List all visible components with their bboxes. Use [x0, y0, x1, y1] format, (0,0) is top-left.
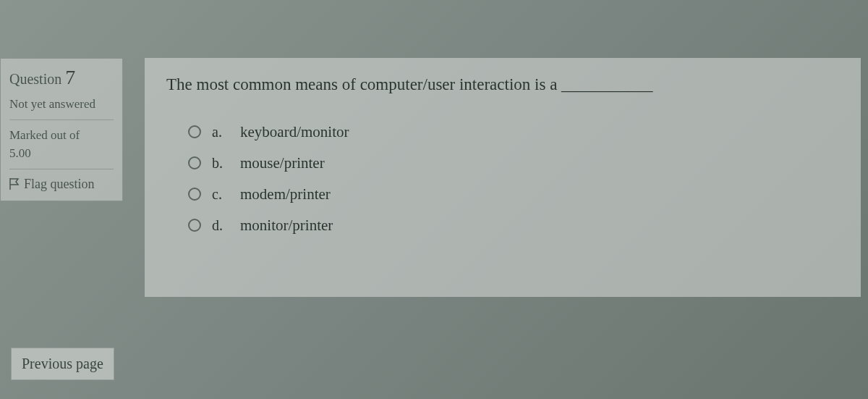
option-letter: b.	[212, 155, 229, 172]
option-b[interactable]: b. mouse/printer	[188, 154, 839, 172]
marked-out-of-value: 5.00	[9, 144, 114, 163]
flag-icon	[9, 177, 20, 190]
flag-label: Flag question	[24, 175, 95, 193]
divider	[9, 169, 114, 169]
option-letter: d.	[212, 217, 229, 234]
flag-question-button[interactable]: Flag question	[9, 175, 114, 193]
option-letter: c.	[212, 186, 229, 203]
option-a[interactable]: a. keyboard/monitor	[188, 123, 839, 141]
question-content: The most common means of computer/user i…	[145, 58, 861, 297]
question-info-box: Question 7 Not yet answered Marked out o…	[0, 58, 123, 201]
option-text: modem/printer	[240, 185, 331, 203]
radio-icon	[188, 188, 201, 201]
divider	[9, 119, 114, 120]
option-letter: a.	[212, 124, 229, 140]
options-list: a. keyboard/monitor b. mouse/printer c. …	[166, 123, 839, 235]
radio-icon	[188, 219, 201, 232]
radio-icon	[188, 156, 201, 169]
question-text: The most common means of computer/user i…	[166, 72, 839, 98]
question-number: 7	[65, 66, 75, 88]
question-header: Question 7	[9, 66, 114, 89]
question-label: Question	[9, 71, 61, 87]
option-text: mouse/printer	[240, 154, 325, 172]
answer-status: Not yet answered	[9, 95, 114, 114]
question-sidebar: Question 7 Not yet answered Marked out o…	[0, 58, 123, 297]
option-text: keyboard/monitor	[240, 123, 349, 141]
previous-page-button[interactable]: Previous page	[11, 348, 114, 380]
option-text: monitor/printer	[240, 217, 333, 235]
option-d[interactable]: d. monitor/printer	[188, 217, 839, 235]
marked-out-of-label: Marked out of	[9, 126, 114, 145]
radio-icon	[188, 125, 201, 138]
option-c[interactable]: c. modem/printer	[188, 185, 839, 203]
